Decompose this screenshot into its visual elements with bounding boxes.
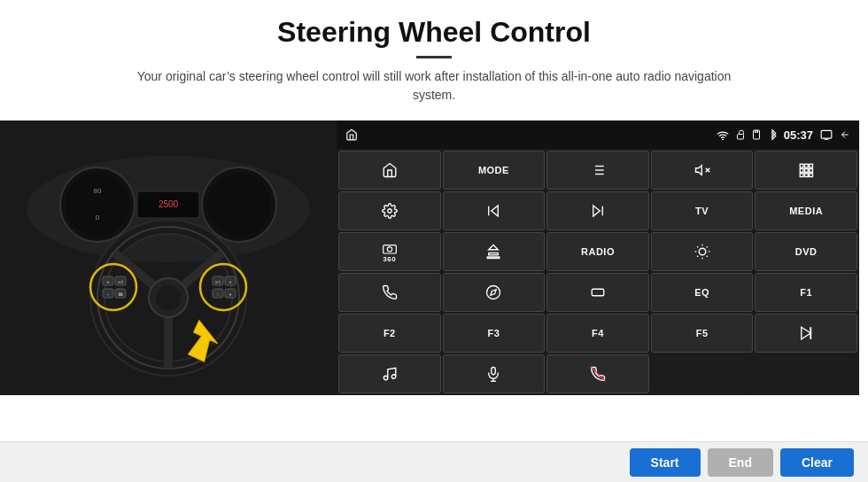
head-unit-panel: 05:37 bbox=[337, 120, 859, 395]
svg-point-69 bbox=[387, 246, 391, 251]
svg-marker-83 bbox=[491, 290, 496, 295]
svg-text:☎: ☎ bbox=[118, 292, 123, 297]
btn-dvd[interactable]: DVD bbox=[755, 232, 857, 271]
page-container: Steering Wheel Control Your original car… bbox=[0, 0, 868, 482]
svg-text:♦: ♦ bbox=[229, 292, 232, 297]
header-section: Steering Wheel Control Your original car… bbox=[0, 0, 868, 112]
btn-apps[interactable] bbox=[755, 151, 857, 190]
svg-rect-84 bbox=[592, 289, 604, 296]
svg-point-87 bbox=[384, 376, 388, 380]
btn-eject[interactable] bbox=[443, 232, 546, 271]
svg-marker-85 bbox=[802, 327, 811, 339]
btn-rectangle[interactable] bbox=[546, 273, 649, 312]
svg-text:src: src bbox=[215, 279, 221, 284]
title-divider bbox=[416, 56, 452, 58]
svg-rect-43 bbox=[821, 130, 832, 138]
btn-home[interactable] bbox=[338, 151, 441, 190]
btn-radio[interactable]: RADIO bbox=[546, 232, 649, 271]
page-title: Steering Wheel Control bbox=[53, 16, 815, 49]
svg-rect-56 bbox=[810, 164, 813, 167]
svg-point-73 bbox=[699, 248, 706, 255]
svg-text:♦: ♦ bbox=[229, 279, 232, 284]
svg-point-17 bbox=[156, 285, 181, 310]
svg-text:vol: vol bbox=[118, 279, 123, 284]
button-grid: MODE bbox=[337, 149, 859, 395]
btn-f3[interactable]: F3 bbox=[443, 314, 546, 353]
svg-text:2500: 2500 bbox=[159, 199, 179, 209]
svg-line-76 bbox=[697, 246, 698, 247]
svg-rect-58 bbox=[805, 169, 809, 173]
btn-f2[interactable]: F2 bbox=[338, 314, 441, 353]
svg-point-3 bbox=[66, 173, 129, 237]
btn-f5[interactable]: F5 bbox=[651, 314, 754, 353]
svg-rect-54 bbox=[800, 164, 803, 167]
car-image: 80 0 2500 bbox=[0, 120, 337, 395]
bluetooth-icon bbox=[768, 128, 777, 141]
svg-line-77 bbox=[706, 256, 707, 257]
svg-rect-71 bbox=[489, 253, 499, 255]
btn-compass[interactable] bbox=[443, 273, 546, 312]
content-area: 80 0 2500 bbox=[0, 120, 868, 441]
bottom-action-bar: Start End Clear bbox=[0, 441, 868, 482]
start-button[interactable]: Start bbox=[630, 448, 701, 477]
time-display: 05:37 bbox=[784, 128, 813, 142]
btn-f4[interactable]: F4 bbox=[546, 314, 649, 353]
svg-rect-89 bbox=[492, 368, 496, 375]
btn-mic[interactable] bbox=[443, 354, 546, 393]
empty-cell-2 bbox=[755, 354, 857, 393]
status-left bbox=[345, 128, 358, 141]
btn-mode[interactable]: MODE bbox=[443, 151, 546, 190]
svg-rect-57 bbox=[800, 169, 803, 173]
svg-text:+: + bbox=[106, 279, 110, 284]
empty-cell-1 bbox=[651, 354, 754, 393]
svg-rect-38 bbox=[737, 135, 743, 140]
svg-rect-62 bbox=[810, 174, 813, 177]
btn-media[interactable]: MEDIA bbox=[755, 191, 857, 230]
sd-icon bbox=[752, 129, 761, 140]
end-button[interactable]: End bbox=[708, 448, 773, 477]
btn-360cam[interactable]: 360 bbox=[338, 232, 441, 271]
svg-rect-68 bbox=[383, 245, 396, 253]
btn-phone[interactable] bbox=[338, 273, 441, 312]
svg-point-82 bbox=[487, 286, 500, 299]
btn-play-pause[interactable] bbox=[755, 314, 857, 353]
status-bar: 05:37 bbox=[337, 120, 859, 149]
lock-icon bbox=[736, 129, 745, 140]
svg-text:0: 0 bbox=[96, 214, 100, 222]
svg-text:80: 80 bbox=[94, 187, 102, 195]
btn-phone-ans[interactable] bbox=[546, 354, 649, 393]
btn-settings[interactable] bbox=[338, 191, 441, 230]
btn-vol-mute[interactable] bbox=[651, 151, 754, 190]
btn-fastforward[interactable] bbox=[546, 191, 649, 230]
btn-f1[interactable]: F1 bbox=[755, 273, 857, 312]
svg-rect-60 bbox=[800, 174, 803, 177]
btn-eq[interactable]: EQ bbox=[651, 273, 754, 312]
btn-brightness[interactable] bbox=[651, 232, 754, 271]
svg-text:-: - bbox=[107, 292, 109, 297]
btn-rewind[interactable] bbox=[443, 191, 546, 230]
svg-point-7 bbox=[207, 173, 271, 237]
page-subtitle: Your original car’s steering wheel contr… bbox=[124, 67, 744, 105]
wifi-icon bbox=[717, 129, 729, 140]
svg-marker-51 bbox=[695, 166, 701, 175]
svg-rect-72 bbox=[488, 257, 500, 259]
svg-text:○: ○ bbox=[216, 292, 219, 297]
svg-marker-64 bbox=[492, 206, 499, 216]
svg-point-88 bbox=[391, 375, 396, 379]
btn-music[interactable] bbox=[338, 354, 441, 393]
status-right: 05:37 bbox=[717, 128, 850, 142]
svg-marker-70 bbox=[489, 245, 499, 250]
svg-rect-55 bbox=[805, 164, 809, 167]
btn-tv[interactable]: TV bbox=[651, 191, 754, 230]
svg-line-80 bbox=[697, 256, 698, 257]
svg-rect-61 bbox=[805, 174, 809, 177]
svg-line-81 bbox=[706, 246, 707, 247]
svg-marker-66 bbox=[593, 206, 601, 216]
svg-point-63 bbox=[388, 209, 392, 214]
svg-rect-59 bbox=[810, 169, 813, 173]
clear-button[interactable]: Clear bbox=[780, 448, 854, 477]
back-icon bbox=[840, 129, 850, 140]
svg-point-37 bbox=[722, 139, 723, 140]
btn-list[interactable] bbox=[546, 151, 649, 190]
screen-icon bbox=[820, 129, 833, 140]
